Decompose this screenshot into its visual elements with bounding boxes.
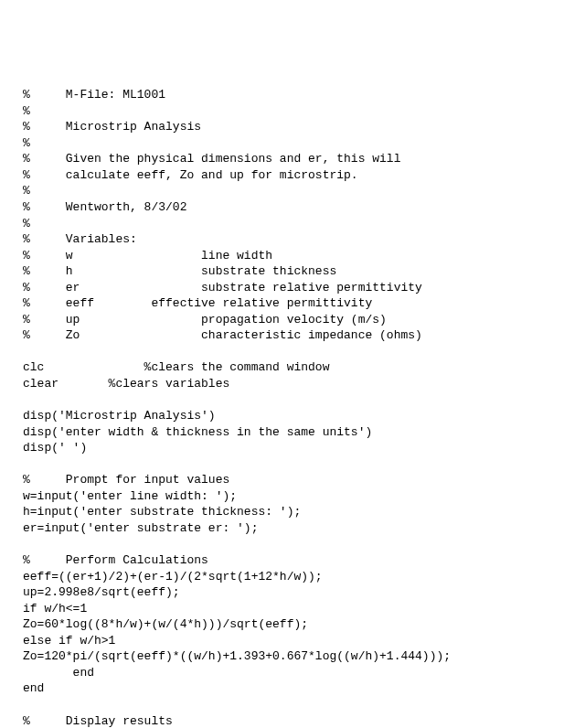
code-line-33: Zo=60*log((8*h/w)+(w/(4*h)))/sqrt(eeff);	[23, 617, 308, 631]
code-line-24: % Prompt for input values	[23, 473, 229, 487]
code-line-11: % h substrate thickness	[23, 264, 336, 278]
code-line-6: %	[23, 184, 30, 198]
code-line-0: % M-File: ML1001	[23, 88, 165, 102]
code-line-34: else if w/h>1	[23, 634, 115, 648]
code-line-10: % w line width	[23, 249, 272, 262]
matlab-code-listing: % M-File: ML1001 % % Microstrip Analysis…	[23, 87, 562, 728]
code-line-26: h=input('enter substrate thickness: ');	[23, 505, 301, 519]
code-line-1: %	[23, 104, 30, 118]
code-line-39: % Display results	[23, 714, 173, 728]
code-line-13: % eeff effective relative permittivity	[23, 296, 372, 310]
code-line-29: % Perform Calculations	[23, 553, 208, 567]
code-line-22: disp(' ')	[23, 441, 87, 455]
code-line-7: % Wentworth, 8/3/02	[23, 200, 186, 214]
code-line-3: %	[23, 136, 30, 150]
code-line-14: % up propagation velocity (m/s)	[23, 313, 387, 327]
code-line-36: end	[23, 666, 94, 680]
code-line-12: % er substrate relative permittivity	[23, 281, 422, 294]
code-line-15: % Zo characteristic impedance (ohms)	[23, 328, 422, 342]
code-line-2: % Microstrip Analysis	[23, 120, 201, 134]
code-line-4: % Given the physical dimensions and er, …	[23, 152, 400, 166]
code-line-21: disp('enter width & thickness in the sam…	[23, 425, 372, 439]
code-line-35: Zo=120*pi/(sqrt(eeff)*((w/h)+1.393+0.667…	[23, 649, 451, 663]
code-line-17: clc %clears the command window	[23, 360, 329, 374]
code-line-8: %	[23, 217, 30, 230]
code-line-5: % calculate eeff, Zo and up for microstr…	[23, 168, 358, 182]
code-line-27: er=input('enter substrate er: ');	[23, 521, 258, 535]
code-line-25: w=input('enter line width: ');	[23, 489, 237, 503]
code-line-9: % Variables:	[23, 232, 137, 246]
code-line-31: up=2.998e8/sqrt(eeff);	[23, 585, 180, 599]
code-line-37: end	[23, 681, 44, 695]
code-line-18: clear %clears variables	[23, 377, 229, 391]
code-line-20: disp('Microstrip Analysis')	[23, 409, 216, 423]
code-line-32: if w/h<=1	[23, 602, 87, 616]
code-line-30: eeff=((er+1)/2)+(er-1)/(2*sqrt(1+12*h/w)…	[23, 570, 323, 583]
